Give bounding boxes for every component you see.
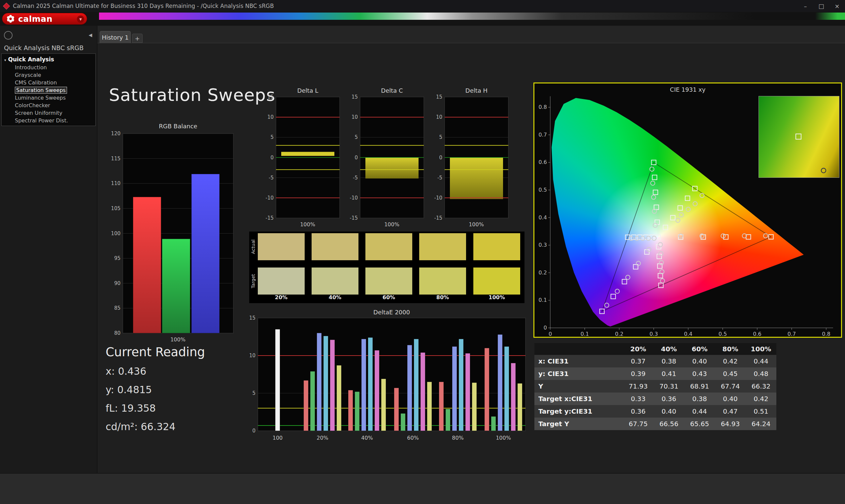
close-button[interactable]: × [829,0,845,12]
measured-yellow-20 [676,218,680,222]
svg-text:100%: 100% [384,221,399,228]
tab-bar: History 1 + X-Rite i1Pro 2 Direct View ▼… [0,26,845,43]
measured-yellow-40 [679,213,684,217]
svg-text:10: 10 [249,353,256,359]
table-cell: 0.44 [684,407,715,415]
deltae-bar-80%-cyan [459,339,463,431]
svg-text:15: 15 [436,94,442,100]
svg-text:0.8: 0.8 [539,104,547,110]
readings-table: 20%40%60%80%100%x: CIE310.370.380.400.42… [534,343,776,430]
swatch-column-label: 20% [258,294,305,301]
minimize-button[interactable]: – [797,0,813,12]
add-tab-button[interactable]: + [132,34,143,43]
sidebar-item-luminance-sweeps[interactable]: Luminance Sweeps [2,94,95,102]
actual-swatch-40% [312,233,358,260]
svg-text:0.7: 0.7 [539,132,547,138]
target-green-60 [653,190,658,195]
measured-yellow-80 [693,201,697,206]
svg-text:100: 100 [111,231,121,236]
table-cell: 68.91 [684,382,715,390]
maximize-button[interactable]: □ [813,0,829,12]
table-cell: 0.37 [623,357,654,365]
sidebar-item-grayscale[interactable]: Grayscale [2,71,95,79]
actual-swatch-100% [473,233,520,260]
window-title: Calman 2025 Calman Ultimate for Business… [13,3,274,9]
table-cell: 0.40 [684,357,715,365]
table-cell: 71.93 [623,382,654,390]
sidebar-item-introduction[interactable]: Introduction [2,64,95,71]
deltae-bar-40%-cyan [368,338,373,431]
table-header-cell: 60% [684,345,715,353]
svg-text:10: 10 [436,114,442,120]
sidebar-item-saturation-sweeps[interactable]: Saturation Sweeps [2,86,95,94]
sidebar-item-colorchecker[interactable]: ColorChecker [2,102,95,109]
svg-text:-15: -15 [434,215,443,221]
deltae-bar-80%-green [446,409,450,431]
sidebar-root-quick-analysis[interactable]: ▾Quick Analysis [2,55,95,64]
calman-menu-button[interactable]: calman ▼ [2,13,87,25]
target-yellow-60 [678,206,683,211]
table-cell: 0.40 [715,395,746,403]
table-cell: 0.38 [654,357,684,365]
deltae-bar-60%-yellow [427,382,432,431]
deltae-bar-40%-blue [362,339,366,431]
svg-text:0: 0 [252,428,256,434]
deltae-bar-80%-magenta [465,353,470,431]
svg-text:80%: 80% [452,435,464,441]
calman-logo-icon [6,14,16,24]
svg-text:105: 105 [111,205,121,212]
target-swatch-80% [419,268,466,294]
svg-text:0.2: 0.2 [615,331,623,337]
saturation-swatch-panel: ActualTarget20%40%60%80%100% [249,232,525,303]
deltae-bar-60%-magenta [421,353,425,431]
table-cell: 67.75 [623,420,654,428]
deltae-bar-100%-cyan [504,347,509,431]
measured-green-80 [651,181,655,185]
delta-l-chart: -15-10-5051015100% [257,94,344,229]
table-cell: 66.56 [654,420,684,428]
svg-text:-5: -5 [269,175,274,181]
table-header-row: 20%40%60%80%100% [534,343,776,355]
deltae-bar-60%-green [401,414,405,431]
svg-text:40%: 40% [361,435,373,441]
sidebar-menu-button[interactable] [4,31,13,40]
table-cell: 0.42 [746,395,776,403]
deltae-bar-60%-red [394,388,399,431]
svg-text:-5: -5 [437,175,442,181]
app-window: Calman 2025 Calman Ultimate for Business… [0,0,845,504]
table-row: Target Y67.7566.5665.6564.9364.24 [534,418,776,430]
svg-text:0.7: 0.7 [788,331,796,337]
sidebar-collapse-button[interactable]: ◀ [87,31,94,39]
target-green-80 [652,175,657,180]
svg-text:100%: 100% [300,221,315,228]
table-cell: 0.33 [623,395,654,403]
sidebar-item-spectral-power-dist-[interactable]: Spectral Power Dist. [2,117,95,124]
table-header-cell: 100% [746,345,776,353]
workflow-title: Quick Analysis NBC sRGB [4,44,84,52]
measured-cyan-60 [641,236,645,240]
svg-text:110: 110 [111,180,121,186]
svg-text:0.6: 0.6 [539,159,547,165]
deltae-bar-40%-magenta [375,350,379,431]
svg-text:0: 0 [439,155,442,161]
sidebar-item-cms-calibration[interactable]: CMS Calibration [2,79,95,86]
deltae-bar-20%-magenta [330,340,335,431]
svg-text:95: 95 [114,255,121,261]
table-cell: 0.36 [623,407,654,415]
svg-text:0.8: 0.8 [822,331,830,337]
svg-text:5: 5 [252,390,256,396]
svg-text:100%: 100% [170,337,186,343]
svg-text:-10: -10 [434,195,443,201]
deltae-bar-20%-yellow [337,365,341,431]
target-yellow-20 [663,225,668,230]
sidebar-item-screen-uniformity[interactable]: Screen Uniformity [2,109,95,117]
svg-text:-10: -10 [350,195,358,201]
target-blue-80 [611,294,616,299]
rgb-bar-green [162,239,190,333]
cie-1931-panel[interactable]: CIE 1931 xy 000.10.10.20.20.30.30.40.40.… [534,84,841,337]
measured-blue-80 [615,289,619,293]
tab-history-1[interactable]: History 1 [100,31,131,43]
measured-green-60 [652,195,656,199]
svg-text:5: 5 [270,134,274,140]
table-cell: 0.48 [746,370,776,378]
